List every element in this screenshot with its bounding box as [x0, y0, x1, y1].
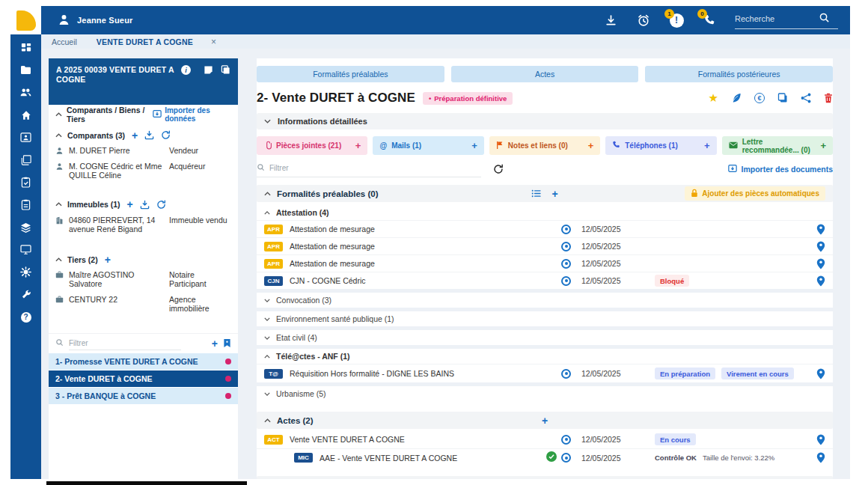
refresh-icon[interactable] [493, 164, 504, 174]
import-documents-link[interactable]: Importer des documents [728, 164, 833, 174]
section-actes[interactable]: Actes (2) + [257, 412, 833, 429]
add-comparant-button[interactable]: + [132, 132, 138, 139]
tab-close-icon[interactable]: × [202, 37, 225, 47]
clipboard-check-icon[interactable] [20, 177, 31, 188]
attachments-chip[interactable]: Pièces jointes (21) + [257, 136, 367, 155]
settings-gear-icon[interactable] [20, 266, 31, 278]
add-subdossier-button[interactable]: + [212, 340, 218, 347]
import-data-link[interactable]: Importer des données [153, 106, 231, 123]
group-header[interactable]: Télé@ctes - ANF (1) [257, 349, 833, 364]
home-icon[interactable] [20, 109, 31, 121]
info-icon[interactable]: i [181, 65, 191, 75]
detailed-info-section[interactable]: Informations détaillées [257, 113, 833, 129]
layers-icon[interactable] [20, 222, 31, 233]
visibility-target-icon[interactable] [561, 369, 571, 379]
formality-row[interactable]: APR Attestation de mesurage 12/05/2025 [257, 220, 833, 237]
app-logo[interactable] [10, 6, 41, 34]
subdossier-item-selected[interactable]: 2- Vente DURET à COGNE [49, 370, 238, 387]
documents-icon[interactable] [20, 154, 31, 165]
tiers-row[interactable]: CENTURY 22 Agence immobilière [49, 292, 238, 317]
search-icon[interactable] [819, 12, 830, 26]
list-view-icon[interactable] [531, 478, 541, 480]
add-mail-button[interactable]: + [471, 140, 477, 151]
bookmark-icon[interactable] [223, 338, 231, 348]
search-input[interactable] [735, 14, 819, 23]
immeubles-group-header[interactable]: Immeubles (1) + [49, 194, 238, 213]
favorite-star-icon[interactable]: ★ [709, 93, 718, 103]
refresh-immeubles-icon[interactable] [156, 200, 166, 210]
billing-euro-icon[interactable]: € [754, 93, 765, 103]
duplicate-icon[interactable] [777, 93, 788, 103]
share-icon[interactable] [801, 93, 811, 103]
add-phone-button[interactable]: + [704, 140, 710, 151]
location-pin-icon[interactable] [816, 258, 825, 269]
comparants-group-header[interactable]: Comparants (3) + [49, 124, 238, 143]
mails-chip[interactable]: @ Mails (1) + [373, 136, 483, 155]
global-search[interactable] [735, 12, 838, 29]
help-icon[interactable]: ? [20, 311, 31, 323]
add-acte-button[interactable]: + [542, 415, 548, 427]
note-icon[interactable] [204, 65, 213, 76]
group-header[interactable]: Attestation (4) [257, 205, 833, 220]
add-tiers-button[interactable]: + [105, 256, 111, 263]
tab-actes[interactable]: Actes [451, 66, 639, 82]
monitor-icon[interactable] [20, 244, 31, 255]
location-pin-icon[interactable] [816, 241, 825, 252]
formality-row[interactable]: APR Attestation de mesurage 12/05/2025 [257, 237, 833, 254]
comparants-biens-tiers-header[interactable]: Comparants / Biens / Tiers Importer des … [49, 105, 238, 124]
folders-icon[interactable] [20, 64, 31, 76]
group-urbanisme[interactable]: Urbanisme (5) [257, 386, 833, 401]
group-environnement[interactable]: Environnement santé publique (1) [257, 311, 833, 326]
tiers-row[interactable]: Maître AGOSTINO Salvatore Notaire Partic… [49, 267, 238, 292]
alerts-icon[interactable]: ! 1 [669, 13, 684, 28]
add-note-button[interactable]: + [588, 140, 594, 151]
location-pin-icon[interactable] [816, 452, 825, 463]
add-attachment-button[interactable]: + [355, 140, 361, 151]
acte-row[interactable]: MIC AAE - Vente VENTE DURET A COGNE 12/0… [257, 448, 833, 466]
section-formalites-prealables[interactable]: Formalités préalables (0) + Ajouter des … [257, 185, 833, 202]
tab-case[interactable]: VENTE DURET A COGNE [88, 37, 202, 46]
add-formality-button[interactable]: + [551, 479, 557, 480]
reminders-icon[interactable] [636, 13, 651, 28]
visibility-target-icon[interactable] [561, 242, 571, 251]
formality-row[interactable]: CJN CJN - COGNE Cédric 12/05/2025 Bloqué [257, 272, 833, 289]
location-pin-icon[interactable] [816, 224, 825, 235]
comparant-row[interactable]: M. DURET Pierre Vendeur [49, 143, 238, 159]
signature-quill-icon[interactable] [731, 93, 742, 103]
visibility-target-icon[interactable] [561, 435, 571, 445]
location-pin-icon[interactable] [816, 434, 825, 445]
tools-wrench-icon[interactable] [20, 289, 31, 300]
subdossier-filter-input[interactable] [69, 337, 181, 350]
contacts-icon[interactable] [20, 87, 31, 98]
acte-row[interactable]: ACT Vente VENTE DURET A COGNE 12/05/2025… [257, 430, 833, 448]
phones-chip[interactable]: Téléphones (1) + [605, 136, 716, 155]
list-view-icon[interactable] [531, 187, 541, 201]
group-convocation[interactable]: Convocation (3) [257, 293, 833, 308]
notes-links-chip[interactable]: Notes et liens (0) + [489, 136, 600, 155]
formality-row[interactable]: T@ Réquisition Hors formalité - DIGNE LE… [257, 364, 833, 382]
formality-row[interactable]: APR Attestation de mesurage 12/05/2025 [257, 254, 833, 272]
import-immeuble-icon[interactable] [140, 200, 150, 210]
visibility-target-icon[interactable] [561, 453, 571, 463]
tab-home[interactable]: Accueil [41, 37, 88, 46]
delete-trash-icon[interactable] [824, 93, 833, 103]
registered-letter-chip[interactable]: Lettre recommandée... (0) + [722, 136, 833, 155]
group-etat-civil[interactable]: Etat civil (4) [257, 330, 833, 345]
add-immeuble-button[interactable]: + [127, 201, 133, 208]
subdossier-item[interactable]: 1- Promesse VENTE DURET A COGNE [49, 353, 238, 370]
download-icon[interactable] [603, 13, 618, 28]
visibility-target-icon[interactable] [561, 225, 571, 234]
add-formality-button[interactable]: + [551, 188, 557, 200]
import-comparant-icon[interactable] [144, 130, 154, 140]
visibility-target-icon[interactable] [561, 276, 571, 286]
visibility-target-icon[interactable] [561, 259, 571, 269]
auto-pieces-button[interactable]: Ajouter des pièces automatiques [685, 186, 825, 201]
formalities-filter-input[interactable] [269, 164, 464, 172]
clipboard-list-icon[interactable] [20, 199, 31, 210]
case-card[interactable]: A 2025 00039 VENTE DURET A COGNE i [49, 58, 238, 105]
subdossier-item[interactable]: 3 - Prêt BANQUE à COGNE [49, 388, 238, 404]
location-pin-icon[interactable] [816, 368, 825, 379]
immeuble-row[interactable]: 04860 PIERREVERT, 14 avenue René Bigand … [49, 213, 238, 237]
tab-formalites-prealables[interactable]: Formalités préalables [257, 66, 444, 82]
id-card-icon[interactable] [20, 132, 31, 143]
